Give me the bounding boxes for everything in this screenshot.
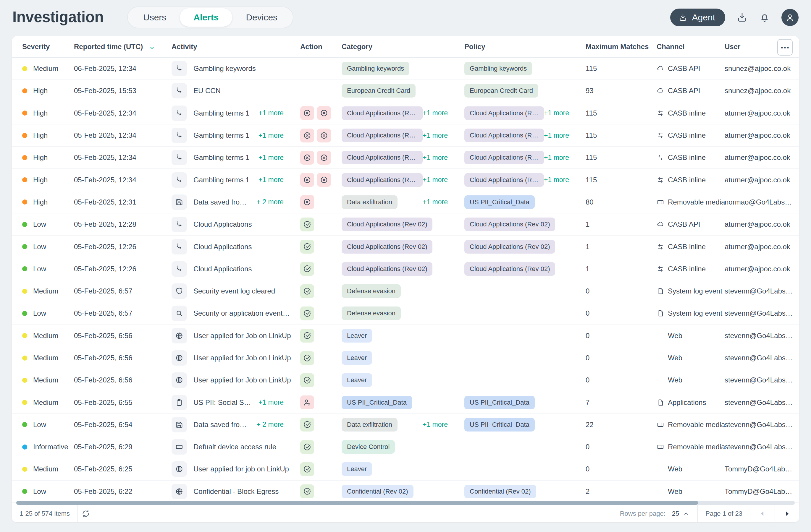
column-header-policy[interactable]: Policy bbox=[456, 43, 577, 51]
check-circle-icon bbox=[300, 307, 314, 320]
alert-table-row[interactable]: High 05-Feb-2025, 12:34 Gambling terms 1… bbox=[12, 169, 799, 191]
category-more-link[interactable]: +1 more bbox=[423, 176, 456, 184]
activity-label: EU CCN bbox=[194, 87, 221, 95]
sort-descending-icon[interactable] bbox=[148, 43, 156, 50]
activity-label: Gambling terms 1 bbox=[194, 131, 249, 140]
rows-per-page-select[interactable]: 25 bbox=[672, 510, 690, 517]
category-more-link[interactable]: +1 more bbox=[423, 421, 456, 428]
activity-label: User applied for Job on LinkUp bbox=[194, 332, 291, 340]
tab-users[interactable]: Users bbox=[129, 8, 180, 27]
check-circle-icon bbox=[300, 440, 314, 454]
maximum-matches-cell: 2 bbox=[577, 487, 648, 496]
category-cell: Gambling keywords bbox=[333, 62, 456, 75]
alerts-table-card: SeverityReported time (UTC)ActivityActio… bbox=[12, 36, 799, 522]
alert-table-row[interactable]: Medium 05-Feb-2025, 6:57 Security event … bbox=[12, 280, 799, 302]
column-header-reported-time-utc-[interactable]: Reported time (UTC) bbox=[65, 43, 163, 51]
activity-cell: User applied for job on LinkUp bbox=[163, 461, 291, 477]
alert-table-row[interactable]: Low 05-Feb-2025, 6:22 Confidential - Blo… bbox=[12, 481, 799, 503]
horizontal-scrollbar-thumb[interactable] bbox=[16, 501, 698, 505]
check-circle-icon bbox=[300, 462, 314, 476]
alert-table-row[interactable]: Medium 05-Feb-2025, 6:56 User applied fo… bbox=[12, 325, 799, 347]
column-header-severity[interactable]: Severity bbox=[12, 43, 65, 51]
alert-table-row[interactable]: Medium 05-Feb-2025, 6:56 User applied fo… bbox=[12, 369, 799, 391]
column-header-action[interactable]: Action bbox=[291, 43, 333, 51]
reported-time-cell: 05-Feb-2025, 6:56 bbox=[65, 376, 163, 384]
action-cell bbox=[291, 418, 333, 432]
policy-more-link[interactable]: +1 more bbox=[544, 131, 577, 140]
system-log-icon bbox=[657, 310, 664, 317]
maximum-matches-cell: 0 bbox=[577, 376, 648, 384]
user-cell: aturner@ajpoc.co.ok bbox=[716, 131, 799, 140]
channel-cell: Web bbox=[648, 332, 716, 340]
check-circle-icon bbox=[300, 329, 314, 343]
policy-more-link[interactable]: +1 more bbox=[544, 176, 577, 184]
alert-table-row[interactable]: Low 05-Feb-2025, 12:26 Cloud Application… bbox=[12, 236, 799, 258]
casb-api-icon bbox=[657, 65, 664, 73]
page-indicator: Page 1 of 23 bbox=[698, 505, 750, 522]
activity-label: Cloud Applications bbox=[194, 242, 252, 251]
category-cell: Defense evasion bbox=[333, 284, 456, 298]
severity-cell: Low bbox=[12, 421, 65, 429]
policy-cell: US PII_Critical_Data bbox=[456, 418, 577, 432]
category-more-link[interactable]: +1 more bbox=[423, 109, 456, 117]
tab-devices[interactable]: Devices bbox=[232, 8, 291, 27]
notifications-bell-icon[interactable] bbox=[759, 12, 770, 23]
activity-more-link[interactable]: +1 more bbox=[259, 131, 291, 140]
activity-more-link[interactable]: +1 more bbox=[259, 154, 291, 162]
category-more-link[interactable]: +1 more bbox=[423, 154, 456, 162]
column-header-activity[interactable]: Activity bbox=[163, 43, 291, 51]
policy-cell: Cloud Applications (Rev 02)+1 more bbox=[456, 151, 577, 164]
alert-table-row[interactable]: Medium 05-Feb-2025, 6:25 User applied fo… bbox=[12, 458, 799, 480]
policy-more-link[interactable]: +1 more bbox=[544, 154, 577, 162]
channel-label: CASB inline bbox=[668, 176, 706, 184]
column-header-channel[interactable]: Channel bbox=[648, 43, 716, 51]
alert-table-row[interactable]: High 05-Feb-2025, 12:34 Gambling terms 1… bbox=[12, 146, 799, 169]
activity-more-link[interactable]: +1 more bbox=[259, 109, 291, 117]
alert-table-row[interactable]: High 05-Feb-2025, 12:34 Gambling terms 1… bbox=[12, 102, 799, 124]
maximum-matches-cell: 115 bbox=[577, 153, 648, 162]
category-pill: Cloud Applications (Rev 02) bbox=[342, 262, 432, 276]
activity-label: Security event log cleared bbox=[194, 287, 275, 295]
alert-table-row[interactable]: Medium 05-Feb-2025, 6:55 US PII: Social … bbox=[12, 391, 799, 413]
column-settings-button[interactable]: ⋯ bbox=[777, 39, 793, 56]
activity-more-link[interactable]: +1 more bbox=[259, 176, 291, 184]
channel-label: Applications bbox=[668, 398, 706, 407]
next-page-button[interactable] bbox=[783, 509, 792, 518]
alert-table-row[interactable]: High 05-Feb-2025, 15:53 EU CCN European … bbox=[12, 80, 799, 102]
horizontal-scrollbar[interactable] bbox=[16, 501, 795, 505]
alert-table-row[interactable]: Low 05-Feb-2025, 12:26 Cloud Application… bbox=[12, 258, 799, 280]
activity-more-link[interactable]: + 2 more bbox=[257, 198, 291, 206]
alert-table-row[interactable]: High 05-Feb-2025, 12:31 Data saved from … bbox=[12, 191, 799, 214]
alert-table-row[interactable]: Low 05-Feb-2025, 6:57 Security or applic… bbox=[12, 302, 799, 325]
activity-more-link[interactable]: + 2 more bbox=[257, 421, 291, 428]
category-cell: Leaver bbox=[333, 462, 456, 476]
user-cell: stevenn@Go4Labs.local bbox=[716, 398, 799, 407]
alert-table-row[interactable]: Low 05-Feb-2025, 12:28 Cloud Application… bbox=[12, 214, 799, 236]
alert-table-row[interactable]: Low 05-Feb-2025, 6:54 Data saved from te… bbox=[12, 414, 799, 436]
activity-label: Security or application event log... bbox=[194, 309, 291, 317]
column-header-category[interactable]: Category bbox=[333, 43, 456, 51]
alert-table-row[interactable]: Medium 06-Feb-2025, 12:34 Gambling keywo… bbox=[12, 58, 799, 80]
previous-page-button[interactable] bbox=[758, 509, 767, 518]
policy-cell: Gambling keywords bbox=[456, 62, 577, 75]
policy-more-link[interactable]: +1 more bbox=[544, 109, 577, 117]
alert-table-row[interactable]: Medium 05-Feb-2025, 6:56 User applied fo… bbox=[12, 347, 799, 369]
user-cell: aturner@ajpoc.co.ok bbox=[716, 153, 799, 162]
activity-more-link[interactable]: +1 more bbox=[259, 398, 291, 406]
footer-divider bbox=[94, 505, 94, 522]
tab-alerts[interactable]: Alerts bbox=[180, 8, 232, 27]
tab-group: UsersAlertsDevices bbox=[127, 6, 293, 28]
user-avatar[interactable] bbox=[781, 9, 799, 26]
agent-button-label: Agent bbox=[692, 12, 715, 22]
category-pill: European Credit Card bbox=[342, 84, 416, 97]
alert-table-row[interactable]: High 05-Feb-2025, 12:34 Gambling terms 1… bbox=[12, 124, 799, 146]
alert-table-row[interactable]: Informative 05-Feb-2025, 6:29 Defualt de… bbox=[12, 436, 799, 458]
download-icon[interactable] bbox=[736, 12, 748, 23]
category-cell: US PII_Critical_Data bbox=[333, 396, 456, 409]
refresh-icon[interactable] bbox=[81, 508, 91, 519]
column-header-maximum-matches[interactable]: Maximum Matches bbox=[577, 43, 648, 51]
agent-button[interactable]: Agent bbox=[670, 9, 725, 26]
category-more-link[interactable]: +1 more bbox=[423, 131, 456, 140]
category-more-link[interactable]: +1 more bbox=[423, 198, 456, 206]
person-icon bbox=[785, 12, 795, 22]
